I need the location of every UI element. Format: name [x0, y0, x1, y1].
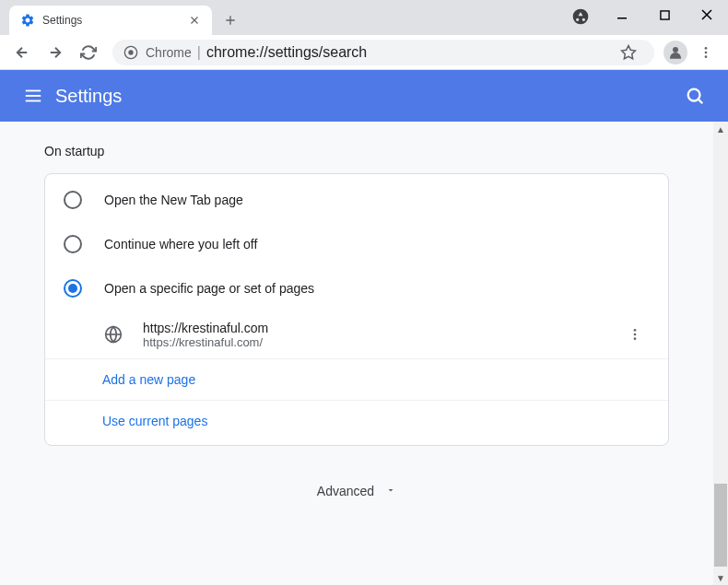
page-entry-url: https://krestinaful.com/	[143, 335, 620, 349]
globe-icon	[104, 325, 123, 344]
star-icon[interactable]	[614, 38, 643, 67]
section-title-startup: On startup	[44, 144, 669, 158]
svg-rect-2	[660, 10, 668, 18]
advanced-toggle[interactable]: Advanced	[44, 468, 669, 514]
settings-title: Settings	[55, 86, 122, 107]
browser-tab[interactable]: Settings	[9, 6, 212, 35]
page-entry-title: https://krestinaful.com	[143, 321, 620, 335]
svg-point-16	[634, 329, 637, 332]
chrome-icon	[123, 45, 138, 60]
svg-point-0	[573, 9, 589, 25]
svg-point-6	[673, 47, 678, 53]
use-current-pages-link[interactable]: Use current pages	[45, 400, 668, 441]
page-entry-more-button[interactable]	[620, 320, 650, 349]
maximize-button[interactable]	[643, 0, 686, 29]
radio-label: Continue where you left off	[104, 237, 257, 252]
svg-point-18	[634, 337, 637, 340]
add-page-link[interactable]: Add a new page	[45, 358, 668, 400]
svg-point-7	[705, 47, 708, 50]
menu-button[interactable]	[691, 38, 721, 67]
gear-icon	[20, 13, 35, 28]
tab-title: Settings	[42, 14, 188, 27]
startup-page-entry: https://krestinaful.com https://krestina…	[45, 310, 668, 358]
svg-point-4	[128, 50, 133, 54]
hamburger-menu-button[interactable]	[15, 77, 52, 114]
new-tab-button[interactable]	[217, 7, 243, 33]
svg-point-8	[705, 51, 708, 53]
radio-icon-selected	[64, 279, 82, 298]
radio-label: Open a specific page or set of pages	[104, 281, 314, 296]
scroll-up-arrow[interactable]: ▲	[713, 122, 728, 136]
radio-option-new-tab[interactable]: Open the New Tab page	[45, 178, 668, 222]
close-icon[interactable]	[188, 14, 201, 27]
chevron-down-icon	[385, 483, 396, 499]
svg-point-13	[688, 89, 700, 101]
scroll-thumb[interactable]	[714, 484, 727, 567]
scrollbar[interactable]: ▲ ▼	[713, 122, 728, 585]
svg-point-17	[634, 333, 637, 336]
scroll-down-arrow[interactable]: ▼	[713, 570, 728, 585]
svg-point-9	[705, 55, 708, 58]
back-button[interactable]	[7, 38, 37, 67]
radio-label: Open the New Tab page	[104, 193, 243, 207]
advanced-label: Advanced	[317, 484, 374, 498]
startup-options-card: Open the New Tab page Continue where you…	[44, 173, 669, 446]
settings-app-bar: Settings	[0, 70, 728, 122]
settings-content: On startup Open the New Tab page Continu…	[0, 122, 713, 585]
close-window-button[interactable]	[686, 0, 728, 29]
reload-button[interactable]	[74, 38, 103, 67]
minimize-button[interactable]	[601, 0, 643, 29]
radio-option-continue[interactable]: Continue where you left off	[45, 222, 668, 266]
svg-marker-5	[622, 45, 636, 58]
radio-icon	[64, 235, 82, 253]
search-settings-button[interactable]	[676, 77, 713, 114]
window-controls	[601, 0, 728, 29]
profile-avatar[interactable]	[663, 41, 687, 64]
radio-icon	[64, 191, 82, 209]
browser-toolbar: Chrome | chrome://settings/search	[0, 35, 728, 70]
omnibox-divider: |	[197, 44, 201, 61]
omnibox-url: chrome://settings/search	[206, 44, 367, 61]
radio-option-specific-pages[interactable]: Open a specific page or set of pages	[45, 266, 668, 310]
incognito-icon	[571, 7, 590, 29]
forward-button[interactable]	[41, 38, 70, 67]
svg-rect-1	[617, 18, 627, 19]
window-titlebar: Settings	[0, 0, 728, 35]
address-bar[interactable]: Chrome | chrome://settings/search	[112, 40, 654, 65]
omnibox-scheme: Chrome	[146, 45, 192, 60]
